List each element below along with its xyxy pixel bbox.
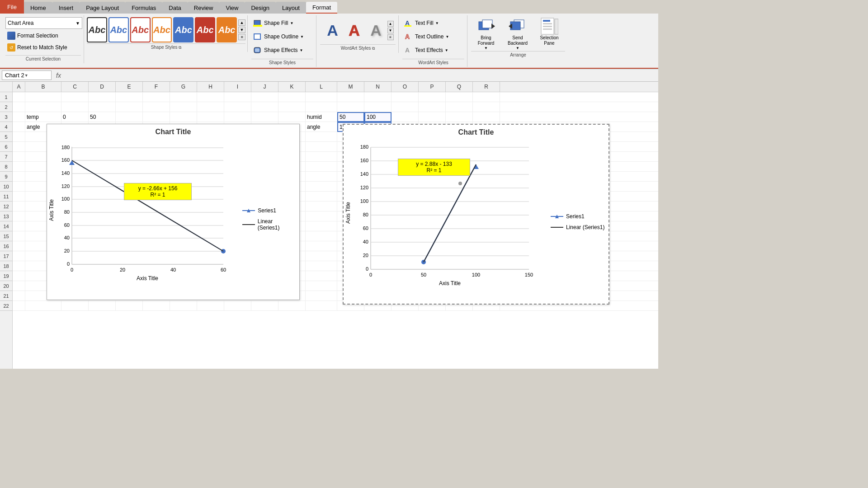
cell-N1[interactable] bbox=[364, 92, 392, 102]
cell-L15[interactable] bbox=[306, 231, 337, 241]
col-header-H[interactable]: H bbox=[197, 82, 224, 92]
cell-M1[interactable] bbox=[337, 92, 364, 102]
cell-G1[interactable] bbox=[170, 92, 197, 102]
cell-J22[interactable] bbox=[251, 301, 278, 311]
cell-L13[interactable] bbox=[306, 211, 337, 221]
shape-style-6[interactable]: Abc bbox=[195, 17, 215, 42]
tab-layout[interactable]: Layout bbox=[276, 2, 306, 14]
cell-D3[interactable]: 50 bbox=[89, 112, 116, 122]
tab-home[interactable]: Home bbox=[24, 2, 52, 14]
cell-J1[interactable] bbox=[251, 92, 278, 102]
cell-O3[interactable] bbox=[392, 112, 419, 122]
cell-A17[interactable] bbox=[13, 251, 25, 261]
cell-I3[interactable] bbox=[224, 112, 251, 122]
cell-H22[interactable] bbox=[197, 301, 224, 311]
cell-G22[interactable] bbox=[170, 301, 197, 311]
cell-A2[interactable] bbox=[13, 102, 25, 112]
cell-E2[interactable] bbox=[116, 102, 143, 112]
cell-K2[interactable] bbox=[278, 102, 306, 112]
cell-G2[interactable] bbox=[170, 102, 197, 112]
shape-effects-button[interactable]: Shape Effects ▼ bbox=[251, 44, 313, 56]
cell-L1[interactable] bbox=[306, 92, 337, 102]
cell-L20[interactable] bbox=[306, 281, 337, 291]
cell-E1[interactable] bbox=[116, 92, 143, 102]
col-header-O[interactable]: O bbox=[392, 82, 419, 92]
cell-K3[interactable] bbox=[278, 112, 306, 122]
wordart-scroll[interactable]: ▲ ▼ ≡ bbox=[387, 21, 394, 40]
cell-L21[interactable] bbox=[306, 291, 337, 301]
shape-style-4[interactable]: Abc bbox=[152, 17, 172, 42]
cell-L7[interactable] bbox=[306, 152, 337, 162]
cell-A5[interactable] bbox=[13, 132, 25, 142]
cell-L11[interactable] bbox=[306, 192, 337, 202]
col-header-M[interactable]: M bbox=[337, 82, 364, 92]
text-fill-button[interactable]: A Text Fill ▼ bbox=[402, 17, 464, 29]
col-header-D[interactable]: D bbox=[89, 82, 116, 92]
tab-review[interactable]: Review bbox=[188, 2, 220, 14]
cell-M3[interactable]: 50 bbox=[337, 112, 364, 122]
cell-O2[interactable] bbox=[392, 102, 419, 112]
cell-F1[interactable] bbox=[143, 92, 170, 102]
cell-A15[interactable] bbox=[13, 231, 25, 241]
cell-E3[interactable] bbox=[116, 112, 143, 122]
cell-G3[interactable] bbox=[170, 112, 197, 122]
wordart-expand-icon[interactable]: ⧉ bbox=[372, 46, 375, 51]
cell-A6[interactable] bbox=[13, 142, 25, 152]
cell-I2[interactable] bbox=[224, 102, 251, 112]
col-header-E[interactable]: E bbox=[116, 82, 143, 92]
col-header-N[interactable]: N bbox=[364, 82, 392, 92]
cell-D22[interactable] bbox=[89, 301, 116, 311]
shape-style-3[interactable]: Abc bbox=[130, 17, 151, 42]
cell-A21[interactable] bbox=[13, 291, 25, 301]
cell-K22[interactable] bbox=[278, 301, 306, 311]
cell-L2[interactable] bbox=[306, 102, 337, 112]
cell-L12[interactable] bbox=[306, 202, 337, 211]
tab-file[interactable]: File bbox=[0, 0, 24, 14]
text-outline-button[interactable]: A Text Outline ▼ bbox=[402, 31, 464, 42]
shape-style-2[interactable]: Abc bbox=[108, 17, 129, 42]
cell-L3[interactable]: humid bbox=[306, 112, 337, 122]
col-header-L[interactable]: L bbox=[306, 82, 337, 92]
cell-J2[interactable] bbox=[251, 102, 278, 112]
cell-P2[interactable] bbox=[419, 102, 446, 112]
cell-A18[interactable] bbox=[13, 261, 25, 271]
wordart-style-1[interactable]: A bbox=[322, 17, 343, 43]
cell-Q1[interactable] bbox=[446, 92, 473, 102]
cell-A11[interactable] bbox=[13, 192, 25, 202]
col-header-B[interactable]: B bbox=[25, 82, 61, 92]
cell-L9[interactable] bbox=[306, 172, 337, 182]
col-header-I[interactable]: I bbox=[224, 82, 251, 92]
chart-area-dropdown[interactable]: Chart Area ▼ bbox=[5, 17, 82, 29]
cell-A20[interactable] bbox=[13, 281, 25, 291]
cell-L22[interactable] bbox=[306, 301, 337, 311]
cell-A8[interactable] bbox=[13, 162, 25, 172]
cell-L16[interactable] bbox=[306, 241, 337, 251]
col-header-A[interactable]: A bbox=[13, 82, 25, 92]
col-header-P[interactable]: P bbox=[419, 82, 446, 92]
tab-view[interactable]: View bbox=[219, 2, 245, 14]
format-selection-button[interactable]: Format Selection bbox=[5, 31, 81, 41]
cell-I1[interactable] bbox=[224, 92, 251, 102]
cell-A1[interactable] bbox=[13, 92, 25, 102]
cell-A19[interactable] bbox=[13, 271, 25, 281]
cell-D1[interactable] bbox=[89, 92, 116, 102]
tab-insert[interactable]: Insert bbox=[52, 2, 80, 14]
shape-styles-scroll[interactable]: ▲ ▼ ≡ bbox=[238, 19, 245, 40]
shape-styles-expand-icon[interactable]: ⧉ bbox=[179, 45, 181, 50]
cell-N2[interactable] bbox=[364, 102, 392, 112]
cell-I22[interactable] bbox=[224, 301, 251, 311]
cell-E22[interactable] bbox=[116, 301, 143, 311]
cell-A9[interactable] bbox=[13, 172, 25, 182]
cell-H2[interactable] bbox=[197, 102, 224, 112]
shape-style-7[interactable]: Abc bbox=[217, 17, 237, 42]
send-backward-button[interactable]: Send Backward ▼ bbox=[503, 17, 533, 50]
shape-style-1[interactable]: Abc bbox=[87, 17, 107, 42]
cell-J3[interactable] bbox=[251, 112, 278, 122]
chart-2[interactable]: Chart Title bbox=[343, 124, 609, 305]
cell-P1[interactable] bbox=[419, 92, 446, 102]
cell-A4[interactable] bbox=[13, 122, 25, 132]
cell-A3[interactable] bbox=[13, 112, 25, 122]
cell-B3[interactable]: temp bbox=[25, 112, 61, 122]
cell-C2[interactable] bbox=[61, 102, 89, 112]
wordart-style-3[interactable]: A bbox=[366, 17, 387, 43]
